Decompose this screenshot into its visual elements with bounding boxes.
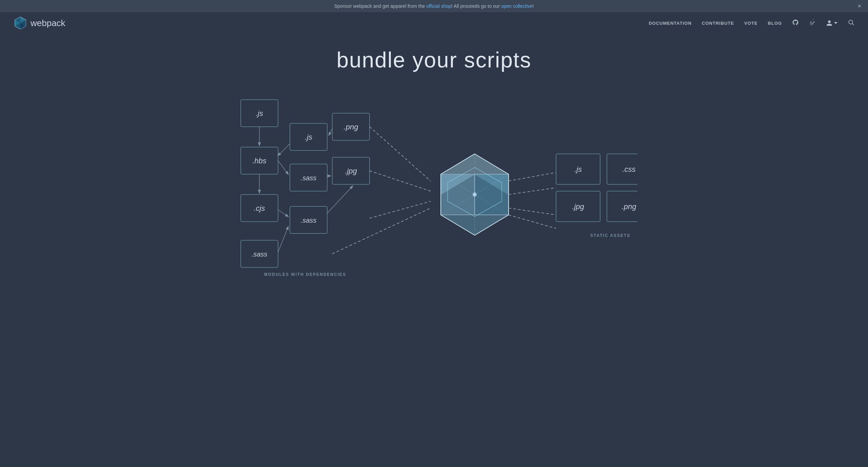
- webpack-logo-icon: [14, 16, 27, 30]
- svg-marker-43: [475, 174, 509, 215]
- github-icon[interactable]: [792, 19, 799, 27]
- nav-blog[interactable]: BLOG: [768, 21, 782, 26]
- svg-line-29: [278, 161, 288, 174]
- svg-text:.jpg: .jpg: [572, 202, 584, 211]
- svg-text:.png: .png: [622, 202, 637, 211]
- svg-text:.sass: .sass: [252, 250, 268, 258]
- banner-close-button[interactable]: ×: [857, 3, 861, 10]
- svg-line-39: [370, 201, 431, 218]
- svg-point-50: [473, 192, 477, 197]
- user-menu[interactable]: [826, 20, 837, 26]
- open-collective-link[interactable]: open collective: [501, 3, 533, 9]
- svg-text:.js: .js: [305, 133, 312, 141]
- svg-text:.jpg: .jpg: [345, 167, 357, 175]
- svg-text:.js: .js: [574, 165, 582, 174]
- svg-line-35: [327, 186, 353, 213]
- banner-text: Sponsor webpack and get apparel from the…: [334, 3, 534, 9]
- svg-line-51: [509, 172, 556, 181]
- svg-line-36: [278, 227, 288, 252]
- webpack-diagram: .js .js .png .hbs .sass .jpg .cjs: [231, 93, 637, 284]
- svg-text:MODULES WITH DEPENDENCIES: MODULES WITH DEPENDENCIES: [264, 272, 346, 277]
- svg-line-40: [332, 208, 431, 254]
- stackoverflow-icon[interactable]: [809, 19, 816, 27]
- svg-text:.js: .js: [256, 109, 263, 118]
- svg-line-37: [370, 127, 431, 181]
- announcement-banner: Sponsor webpack and get apparel from the…: [0, 0, 868, 12]
- svg-point-7: [849, 20, 853, 24]
- svg-line-34: [278, 210, 288, 217]
- official-shop-link[interactable]: official shop: [426, 3, 451, 9]
- svg-line-54: [509, 215, 556, 228]
- svg-text:.png: .png: [344, 123, 359, 131]
- svg-text:.hbs: .hbs: [252, 157, 267, 165]
- logo-text: webpack: [31, 18, 65, 28]
- nav-contribute[interactable]: CONTRIBUTE: [702, 21, 734, 26]
- svg-line-32: [329, 128, 332, 135]
- svg-text:.sass: .sass: [301, 174, 317, 182]
- svg-text:.sass: .sass: [301, 217, 317, 224]
- svg-line-52: [509, 188, 556, 195]
- nav-documentation[interactable]: DOCUMENTATION: [649, 21, 692, 26]
- logo-link[interactable]: webpack: [14, 16, 65, 30]
- site-header: webpack DOCUMENTATION CONTRIBUTE VOTE BL…: [0, 12, 868, 34]
- svg-line-31: [278, 144, 290, 156]
- svg-text:STATIC ASSETS: STATIC ASSETS: [590, 233, 630, 238]
- svg-text:.css: .css: [622, 165, 635, 174]
- nav-vote[interactable]: VOTE: [744, 21, 757, 26]
- svg-line-38: [370, 171, 431, 191]
- search-icon[interactable]: [848, 19, 854, 27]
- diagram-svg: .js .js .png .hbs .sass .jpg .cjs: [231, 93, 637, 283]
- main-nav: DOCUMENTATION CONTRIBUTE VOTE BLOG: [649, 19, 854, 27]
- svg-marker-42: [441, 174, 475, 215]
- svg-line-53: [509, 208, 556, 215]
- svg-text:.cjs: .cjs: [254, 204, 265, 212]
- main-content: bundle your scripts .js .js .png .hbs .s…: [0, 34, 868, 304]
- svg-line-8: [852, 23, 854, 25]
- chevron-down-icon: [834, 21, 837, 25]
- hero-title: bundle your scripts: [336, 47, 531, 73]
